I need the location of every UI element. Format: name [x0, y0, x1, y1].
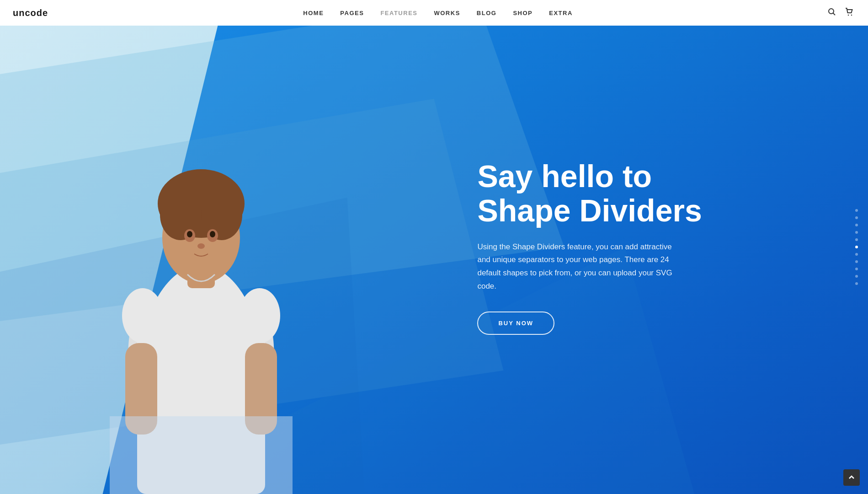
- scroll-dot-3[interactable]: [855, 224, 858, 226]
- scroll-dot-5[interactable]: [855, 238, 858, 241]
- nav-menu: HOME PAGES FEATURES WORKS BLOG SHOP EXTR…: [303, 10, 572, 16]
- back-to-top-button[interactable]: [843, 469, 860, 486]
- scroll-dot-10[interactable]: [855, 275, 858, 278]
- svg-point-19: [829, 9, 834, 14]
- svg-point-22: [851, 14, 852, 15]
- person-image: [82, 82, 320, 494]
- navbar: uncode HOME PAGES FEATURES WORKS BLOG SH…: [0, 0, 868, 26]
- site-logo[interactable]: uncode: [13, 8, 48, 18]
- scroll-dot-1[interactable]: [855, 209, 858, 212]
- nav-item-extra[interactable]: EXTRA: [549, 10, 573, 16]
- hero-title-line1: Say hello to: [477, 159, 652, 193]
- nav-item-features[interactable]: FEATURES: [380, 10, 417, 16]
- hero-title-line2: Shape Dividers: [477, 193, 702, 228]
- nav-item-home[interactable]: HOME: [303, 10, 324, 16]
- svg-point-10: [187, 231, 192, 237]
- scroll-dots: [855, 209, 858, 285]
- svg-line-20: [833, 13, 835, 15]
- scroll-dot-9[interactable]: [855, 268, 858, 270]
- search-icon[interactable]: [828, 8, 836, 18]
- svg-point-15: [239, 288, 280, 343]
- scroll-dot-8[interactable]: [855, 260, 858, 263]
- scroll-dot-4[interactable]: [855, 231, 858, 234]
- svg-point-21: [848, 14, 849, 15]
- hero-section: Say hello to Shape Dividers Using the Sh…: [0, 0, 868, 494]
- navbar-icons: [828, 8, 853, 18]
- hero-description: Using the Shape Dividers feature, you ca…: [477, 241, 674, 294]
- nav-item-blog[interactable]: BLOG: [477, 10, 497, 16]
- svg-point-7: [201, 190, 242, 240]
- cart-icon[interactable]: [845, 8, 853, 18]
- nav-item-shop[interactable]: SHOP: [513, 10, 533, 16]
- svg-point-12: [197, 243, 205, 249]
- svg-point-14: [122, 288, 163, 343]
- scroll-dot-2[interactable]: [855, 216, 858, 219]
- nav-item-works[interactable]: WORKS: [434, 10, 460, 16]
- svg-point-6: [160, 190, 201, 240]
- hero-title: Say hello to Shape Dividers: [477, 159, 702, 228]
- svg-rect-18: [110, 416, 293, 494]
- nav-item-pages[interactable]: PAGES: [340, 10, 364, 16]
- scroll-dot-11[interactable]: [855, 282, 858, 285]
- hero-content: Say hello to Shape Dividers Using the Sh…: [477, 159, 702, 335]
- svg-point-11: [210, 231, 215, 237]
- scroll-dot-7[interactable]: [855, 253, 858, 256]
- buy-now-button[interactable]: BUY NOW: [477, 311, 554, 335]
- scroll-dot-6[interactable]: [855, 246, 858, 248]
